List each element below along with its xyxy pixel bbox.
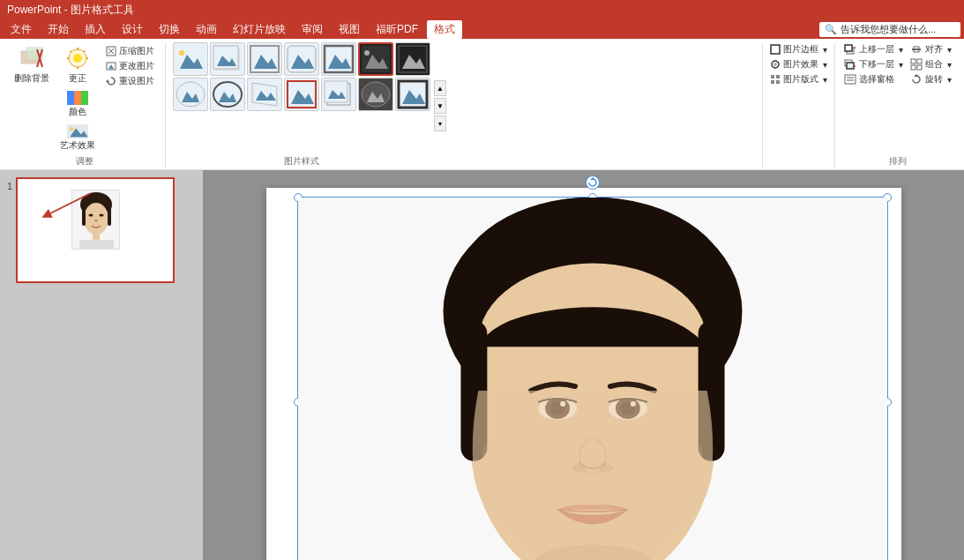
style-scroll-up[interactable]: ▲ [434,80,446,96]
pic-border-label: 图片边框 [783,43,818,56]
remove-bg-button[interactable]: 删除背景 [11,42,53,86]
search-icon: 🔍 [825,24,837,35]
menu-insert[interactable]: 插入 [78,20,113,39]
rotate-button[interactable]: 旋转 ▾ [908,72,953,86]
pic-effect-label: 图片效果 [783,58,818,71]
menu-home[interactable]: 开始 [41,20,76,39]
compress-button[interactable]: 压缩图片 [102,44,158,58]
svg-rect-61 [771,80,774,84]
adjust-group: 删除背景 [4,42,166,169]
pic-style-2[interactable] [210,42,245,76]
pic-border-arrow: ▾ [823,45,827,55]
face-svg [298,198,887,560]
ribbon-content: 删除背景 [0,39,964,169]
svg-rect-60 [776,75,780,78]
pic-style-10[interactable] [247,78,282,111]
svg-point-52 [362,82,390,107]
svg-rect-64 [845,45,852,51]
correct-button[interactable]: 更正 [60,42,95,86]
selection-pane-label: 选择窗格 [859,73,894,86]
menu-animation[interactable]: 动画 [189,20,224,39]
color-icon [65,90,90,106]
slide-thumbnail[interactable] [16,177,175,283]
change-img-button[interactable]: 更改图片 [102,59,158,73]
face-photo [298,198,887,560]
rotate-handle[interactable] [586,175,600,190]
pic-effect-arrow: ▾ [823,60,827,70]
correct-label: 更正 [69,72,86,85]
menu-file[interactable]: 文件 [4,20,39,39]
reset-img-button[interactable]: 重设图片 [102,74,158,88]
svg-line-10 [84,51,86,53]
title-text: PowerPoint - 图片格式工具 [7,3,134,18]
group-button[interactable]: 组合 ▾ [908,57,953,71]
pic-style-14[interactable] [395,78,430,111]
selection-pane-button[interactable]: 选择窗格 [842,72,905,86]
adjust-group-label: 调整 [76,153,93,169]
adjust-items: 删除背景 [11,42,158,153]
pic-effect-button[interactable]: 图片效果 ▾ [768,57,829,71]
pic-style-1[interactable] [173,42,208,76]
pic-border-button[interactable]: 图片边框 ▾ [768,42,829,56]
search-placeholder: 告诉我您想要做什么... [841,23,936,36]
artistic-label: 艺术效果 [60,139,95,152]
svg-marker-22 [108,64,114,69]
pic-style-4[interactable] [284,42,319,76]
menu-search-box[interactable]: 🔍 告诉我您想要做什么... [819,22,960,37]
svg-point-86 [88,214,93,217]
style-scroll-down[interactable]: ▼ [434,98,446,114]
title-bar: PowerPoint - 图片格式工具 [0,0,964,19]
menu-transition[interactable]: 切换 [152,20,187,39]
slide-thumb-inner [18,179,173,281]
svg-marker-23 [106,79,109,82]
style-scroll-buttons: ▲ ▼ ▾ [434,80,446,131]
menu-format[interactable]: 格式 [427,20,462,39]
svg-point-87 [99,214,103,217]
svg-line-9 [71,51,72,53]
menu-bar: 文件 开始 插入 设计 切换 动画 幻灯片放映 审阅 视图 福昕PDF 格式 🔍… [0,19,964,39]
svg-rect-56 [771,45,780,54]
compress-label: 压缩图片 [119,45,154,57]
svg-point-41 [176,82,205,107]
svg-point-88 [94,220,98,222]
color-button[interactable]: 颜色 [62,88,93,120]
pic-style-3[interactable] [247,42,282,76]
reset-img-label: 重设图片 [119,75,154,87]
slide-number: 1 [7,181,12,191]
artistic-button[interactable]: 艺术效果 [56,122,99,153]
send-back-button[interactable]: 下移一层 ▾ [842,57,905,71]
color-label: 颜色 [69,106,86,118]
menu-design[interactable]: 设计 [115,20,150,39]
align-label: 对齐 [925,43,943,56]
svg-point-38 [364,50,370,56]
menu-review[interactable]: 审阅 [295,20,330,39]
menu-view[interactable]: 视图 [332,20,367,39]
svg-rect-67 [847,63,854,69]
pic-style-grid [173,42,430,111]
pic-style-7[interactable] [395,42,430,76]
style-scroll-expand[interactable]: ▾ [434,116,446,131]
pic-layout-button[interactable]: 图片版式 ▾ [768,72,829,86]
menu-pdf[interactable]: 福昕PDF [369,20,425,39]
align-button[interactable]: 对齐 ▾ [908,42,953,56]
change-img-label: 更改图片 [119,60,154,72]
pic-style-12[interactable] [321,78,356,111]
svg-rect-90 [79,240,114,250]
pic-style-8[interactable] [173,78,208,111]
ribbon: 删除背景 [0,39,964,170]
pic-style-9[interactable] [210,78,245,111]
svg-point-83 [84,203,108,235]
pic-style-13[interactable] [358,78,393,111]
pic-style-5[interactable] [321,42,356,76]
slide-canvas[interactable] [266,188,901,560]
svg-rect-14 [81,91,88,105]
rotate-label: 旋转 [925,73,943,86]
menu-slideshow[interactable]: 幻灯片放映 [226,20,293,39]
svg-rect-59 [771,75,774,78]
pic-style-6[interactable] [358,42,393,76]
selected-image-container[interactable] [297,197,888,560]
svg-rect-84 [82,206,86,226]
pic-style-11[interactable] [284,78,319,111]
bring-forward-button[interactable]: 上移一层 ▾ [842,42,905,56]
arrange-group-label: 排列 [889,153,907,169]
